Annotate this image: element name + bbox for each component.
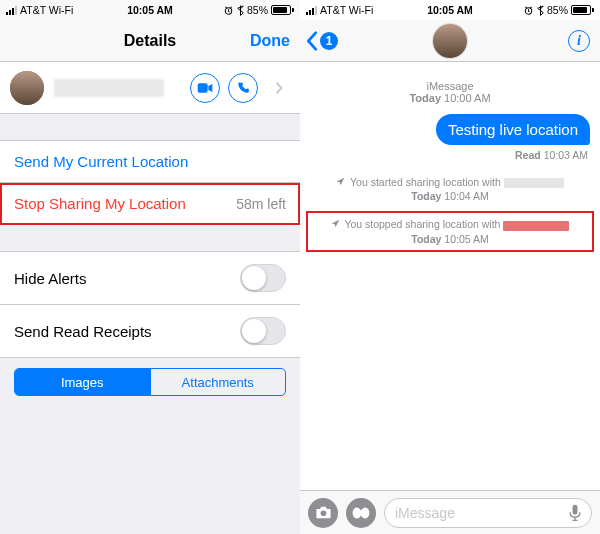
segmented-control[interactable]: Images Attachments — [14, 368, 286, 396]
battery-pct: 85% — [547, 4, 568, 16]
signal-icon — [6, 6, 17, 15]
call-button[interactable] — [228, 73, 258, 103]
facetime-button[interactable] — [190, 73, 220, 103]
carrier-label: AT&T Wi-Fi — [20, 4, 73, 16]
conversation-nav-bar: 1 i — [300, 20, 600, 62]
started-day: Today — [411, 190, 441, 202]
read-receipts-toggle[interactable] — [240, 317, 286, 345]
hide-alerts-row: Hide Alerts — [0, 251, 300, 305]
conversation-screen: AT&T Wi-Fi 10:05 AM 85% 1 i iMessage Tod… — [300, 0, 600, 534]
battery-pct: 85% — [247, 4, 268, 16]
nav-title: Details — [124, 32, 176, 50]
alarm-icon — [223, 5, 234, 16]
location-arrow-icon — [336, 177, 345, 186]
hide-alerts-toggle[interactable] — [240, 264, 286, 292]
stopped-day: Today — [411, 233, 441, 245]
alarm-icon — [523, 5, 534, 16]
contact-row[interactable] — [0, 62, 300, 114]
send-read-receipts-row: Send Read Receipts — [0, 305, 300, 358]
message-input[interactable]: iMessage — [384, 498, 592, 528]
nav-bar: Details Done — [0, 20, 300, 62]
battery-icon — [571, 5, 594, 15]
message-input-bar: iMessage — [300, 490, 600, 534]
read-time: 10:03 AM — [544, 149, 588, 161]
send-location-label: Send My Current Location — [14, 153, 188, 170]
details-screen: AT&T Wi-Fi 10:05 AM 85% Details Done — [0, 0, 300, 534]
signal-icon — [306, 6, 317, 15]
stopped-text: You stopped sharing location with — [344, 218, 500, 230]
segmented-row: Images Attachments — [0, 358, 300, 406]
avatar — [10, 71, 44, 105]
header-day: Today — [409, 92, 441, 104]
camera-button[interactable] — [308, 498, 338, 528]
send-current-location-button[interactable]: Send My Current Location — [0, 140, 300, 183]
stop-sharing-time-left: 58m left — [236, 196, 286, 212]
thread-header: iMessage Today 10:00 AM — [300, 62, 600, 112]
contact-name-redacted — [54, 79, 164, 97]
back-button[interactable]: 1 — [306, 31, 338, 51]
hide-alerts-label: Hide Alerts — [14, 270, 87, 287]
stopped-sharing-system-message: You stopped sharing location with Today … — [306, 211, 594, 251]
outgoing-message-row: Testing live location — [300, 112, 600, 147]
dictation-button[interactable] — [569, 504, 581, 522]
message-bubble[interactable]: Testing live location — [436, 114, 590, 145]
status-bar: AT&T Wi-Fi 10:05 AM 85% — [300, 0, 600, 20]
bluetooth-icon — [237, 5, 244, 16]
stop-sharing-label: Stop Sharing My Location — [14, 195, 186, 212]
message-placeholder: iMessage — [395, 505, 455, 521]
redacted-name — [503, 221, 569, 231]
svg-rect-4 — [573, 504, 578, 514]
header-time: 10:00 AM — [444, 92, 490, 104]
tab-images[interactable]: Images — [15, 369, 150, 395]
carrier-label: AT&T Wi-Fi — [320, 4, 373, 16]
location-arrow-icon — [331, 219, 340, 228]
battery-icon — [271, 5, 294, 15]
unread-badge: 1 — [320, 32, 338, 50]
chevron-right-icon — [268, 81, 290, 95]
svg-point-3 — [320, 510, 326, 516]
info-button[interactable]: i — [568, 30, 590, 52]
stop-sharing-location-button[interactable]: Stop Sharing My Location 58m left — [0, 183, 300, 225]
apps-button[interactable] — [346, 498, 376, 528]
bluetooth-icon — [537, 5, 544, 16]
redacted-name — [504, 178, 564, 188]
statusbar-time: 10:05 AM — [127, 4, 173, 16]
read-receipts-label: Send Read Receipts — [14, 323, 152, 340]
svg-rect-1 — [198, 83, 208, 92]
stopped-time: 10:05 AM — [444, 233, 488, 245]
read-receipt: Read 10:03 AM — [300, 147, 600, 169]
service-label: iMessage — [300, 80, 600, 92]
statusbar-time: 10:05 AM — [427, 4, 473, 16]
started-sharing-system-message: You started sharing location with Today … — [300, 169, 600, 209]
tab-attachments[interactable]: Attachments — [150, 369, 286, 395]
read-label: Read — [515, 149, 541, 161]
started-time: 10:04 AM — [444, 190, 488, 202]
done-button[interactable]: Done — [250, 32, 290, 50]
started-text: You started sharing location with — [350, 176, 501, 188]
status-bar: AT&T Wi-Fi 10:05 AM 85% — [0, 0, 300, 20]
contact-avatar[interactable] — [432, 23, 468, 59]
